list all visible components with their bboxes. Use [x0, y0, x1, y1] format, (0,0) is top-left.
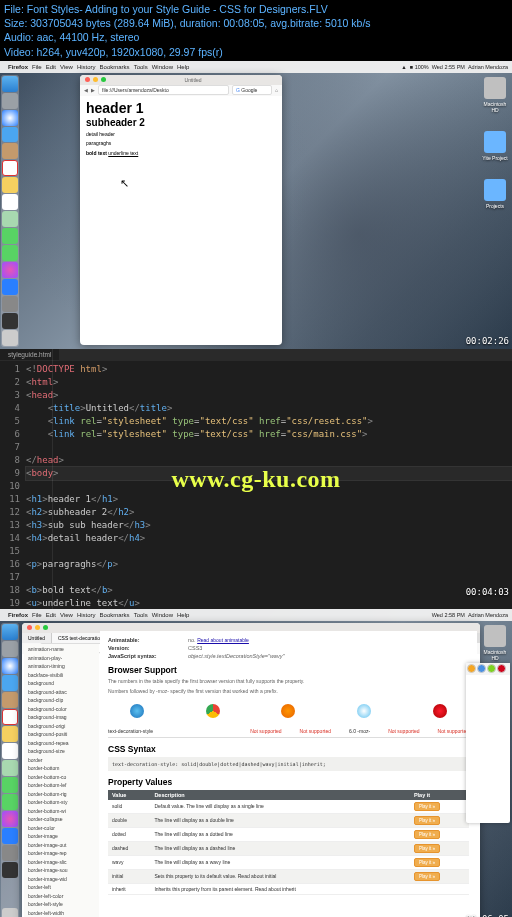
menu-history[interactable]: History [77, 64, 96, 70]
menubar-app[interactable]: Firefox [8, 612, 28, 618]
sidebar-item[interactable]: border-bottom-sty [26, 799, 97, 808]
css-inspector-popup[interactable] [466, 663, 510, 823]
sidebar-item[interactable]: border-bottom-wi [26, 807, 97, 816]
sidebar-item[interactable]: animation-play- [26, 654, 97, 663]
dock-reminders-icon[interactable] [2, 194, 18, 210]
sidebar-item[interactable]: border-left-color [26, 892, 97, 901]
sidebar-item[interactable]: border-bottom [26, 765, 97, 774]
code-line[interactable]: <!DOCTYPE html> [26, 363, 512, 376]
code-line[interactable]: <h3>sub sub header</h3> [26, 519, 512, 532]
menu-file[interactable]: File [32, 64, 42, 70]
editor-tabs[interactable]: styleguide.html [0, 349, 512, 361]
menubar-user[interactable]: Adrian Mendoza [468, 64, 508, 70]
mac-menubar-3[interactable]: Firefox File Edit View History Bookmarks… [0, 609, 512, 621]
sidebar-item[interactable]: border-bottom-rig [26, 790, 97, 799]
dock-mail-icon[interactable] [2, 127, 18, 143]
search-input[interactable]: G Google [232, 85, 272, 95]
menu-edit[interactable]: Edit [46, 612, 56, 618]
url-bar[interactable]: ◀ ▶ file:///Users/amendoza/Deskto G Goog… [80, 85, 282, 96]
dock-calendar-icon[interactable] [2, 160, 18, 176]
play-button[interactable]: Play it » [414, 844, 440, 853]
desktop-hd-icon[interactable]: Macintosh HD [482, 77, 508, 113]
sidebar-item[interactable]: border-image-wid [26, 875, 97, 884]
mac-menubar[interactable]: Firefox File Edit View History Bookmarks… [0, 61, 512, 73]
menu-bookmarks[interactable]: Bookmarks [100, 64, 130, 70]
dock-maps-icon[interactable] [2, 760, 18, 776]
dock-notes-icon[interactable] [2, 177, 18, 193]
dock-mail-icon[interactable] [2, 675, 18, 691]
sidebar-item[interactable]: backface-visibili [26, 671, 97, 680]
dock-launchpad-icon[interactable] [2, 641, 18, 657]
pop-i2-icon[interactable] [477, 664, 486, 673]
code-line[interactable]: <head> [26, 389, 512, 402]
code-line[interactable]: <h4>detail header</h4> [26, 532, 512, 545]
dock-app-icon[interactable] [2, 313, 18, 329]
sidebar-item[interactable]: border-left [26, 884, 97, 893]
sidebar-item[interactable]: background-imag [26, 714, 97, 723]
desktop-hd-icon[interactable]: Macintosh HD [482, 625, 508, 661]
sidebar-item[interactable]: border-bottom-co [26, 773, 97, 782]
sidebar-item[interactable]: border-color [26, 824, 97, 833]
menubar-time[interactable]: Wed 2:55 PM [432, 64, 465, 70]
url-input[interactable]: file:///Users/amendoza/Deskto [98, 85, 229, 95]
pop-i1-icon[interactable] [467, 664, 476, 673]
code-line[interactable]: <b>bold text</b> [26, 584, 512, 597]
mac-dock-3[interactable] [1, 623, 19, 917]
maximize-icon[interactable] [43, 625, 48, 630]
sidebar-item[interactable]: border-image-sou [26, 867, 97, 876]
dock-trash-icon[interactable] [2, 330, 18, 346]
dock-preferences-icon[interactable] [2, 296, 18, 312]
dock-messages-icon[interactable] [2, 777, 18, 793]
nav-forward-icon[interactable]: ▶ [91, 87, 95, 93]
home-icon[interactable]: ⌂ [275, 87, 278, 93]
code-line[interactable] [26, 571, 512, 584]
sidebar-item[interactable]: animation-name [26, 646, 97, 655]
sidebar-item[interactable]: background-repea [26, 739, 97, 748]
tab-untitled[interactable]: Untitled [22, 633, 52, 643]
desktop-folder1-icon[interactable]: Yite Project [482, 131, 508, 161]
play-button[interactable]: Play it » [414, 858, 440, 867]
dock-itunes-icon[interactable] [2, 262, 18, 278]
sidebar-item[interactable]: border-left-style [26, 901, 97, 910]
dock-notes-icon[interactable] [2, 726, 18, 742]
dock-safari-icon[interactable] [2, 658, 18, 674]
dock-finder-icon[interactable] [2, 76, 18, 92]
sidebar-item[interactable]: background-origi [26, 722, 97, 731]
dock-messages-icon[interactable] [2, 228, 18, 244]
code-line[interactable]: <link rel="stylesheet" type="text/css" h… [26, 415, 512, 428]
code-line[interactable]: <p>paragraghs</p> [26, 558, 512, 571]
menu-help[interactable]: Help [177, 612, 189, 618]
dock-app-icon[interactable] [2, 862, 18, 878]
menu-edit[interactable]: Edit [46, 64, 56, 70]
menubar-user[interactable]: Adrian Mendoza [468, 612, 508, 618]
dock-facetime-icon[interactable] [2, 245, 18, 261]
code-line[interactable]: <title>Untitled</title> [26, 402, 512, 415]
dock-safari-icon[interactable] [2, 110, 18, 126]
minimize-icon[interactable] [93, 77, 98, 82]
play-button[interactable]: Play it » [414, 872, 440, 881]
menu-view[interactable]: View [60, 64, 73, 70]
nav-back-icon[interactable]: ◀ [84, 87, 88, 93]
code-line[interactable]: <html> [26, 376, 512, 389]
sidebar-item[interactable]: background-clip [26, 697, 97, 706]
sidebar-item[interactable]: background-size [26, 748, 97, 757]
close-icon[interactable] [85, 77, 90, 82]
menu-window[interactable]: Window [152, 612, 173, 618]
mac-dock[interactable] [1, 75, 19, 347]
dock-contacts-icon[interactable] [2, 143, 18, 159]
dock-reminders-icon[interactable] [2, 743, 18, 759]
dock-itunes-icon[interactable] [2, 811, 18, 827]
code-line[interactable] [26, 545, 512, 558]
desktop-folder2-icon[interactable]: Projects [482, 179, 508, 209]
sidebar-item[interactable]: background-attac [26, 688, 97, 697]
menu-tools[interactable]: Tools [134, 64, 148, 70]
dock-maps-icon[interactable] [2, 211, 18, 227]
dock-appstore-icon[interactable] [2, 279, 18, 295]
doc-page[interactable]: Animatable: no. Read about animatable Ve… [100, 631, 477, 917]
play-button[interactable]: Play it » [414, 816, 440, 825]
css-reference-sidebar[interactable]: animation-nameanimation-play-animation-t… [24, 644, 99, 917]
menu-help[interactable]: Help [177, 64, 189, 70]
maximize-icon[interactable] [101, 77, 106, 82]
sidebar-item[interactable]: border-image-slic [26, 858, 97, 867]
menu-window[interactable]: Window [152, 64, 173, 70]
